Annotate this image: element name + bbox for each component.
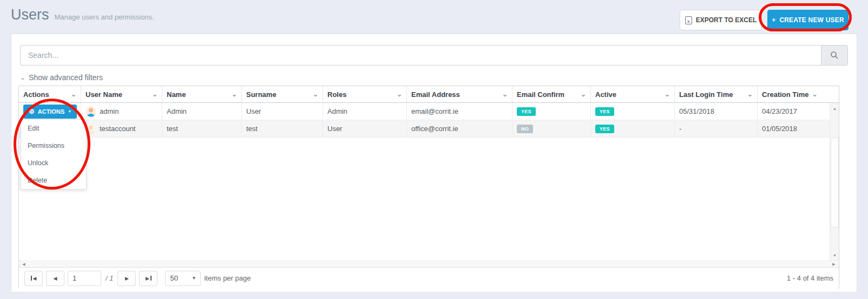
prev-page-icon: ◀ (54, 276, 57, 281)
create-new-user-button[interactable]: + CREATE NEW USER (767, 10, 849, 30)
gear-icon: ⚙ (29, 108, 35, 115)
table-row[interactable]: ⚙ ACTIONS ▼ admin Admin User Admin email… (19, 103, 831, 120)
cell-actions: ⚙ ACTIONS ▼ (19, 103, 81, 120)
column-label: User Name (86, 90, 122, 99)
cell-email-confirm: YES (512, 103, 591, 120)
pager-last-page-button[interactable]: ▶ (139, 271, 157, 286)
user-name-text: admin (100, 107, 119, 115)
page-size-select[interactable]: 50 ▼ (165, 271, 201, 286)
cell-email: email@corrit.ie (407, 103, 512, 120)
toolbar: x EXPORT TO EXCEL + CREATE NEW USER (680, 10, 849, 30)
scroll-up-arrow-icon[interactable]: ▲ (830, 104, 839, 113)
caret-down-icon: ▼ (192, 276, 196, 281)
cell-surname: User (242, 103, 323, 120)
column-header-email-address[interactable]: Email Address⌄ (407, 86, 512, 102)
pager-page-input[interactable] (68, 271, 101, 286)
chevron-down-icon[interactable]: ⌄ (313, 91, 318, 98)
column-header-email-confirm[interactable]: Email Confirm⌄ (512, 86, 591, 102)
menu-item-edit[interactable]: Edit (21, 120, 86, 137)
menu-item-permissions[interactable]: Permissions (21, 137, 86, 154)
chevron-down-icon[interactable]: ⌄ (665, 91, 670, 98)
column-label: Email Confirm (517, 90, 564, 99)
last-page-icon: ▶ (146, 276, 149, 281)
export-to-excel-button[interactable]: x EXPORT TO EXCEL (680, 10, 762, 30)
page-size-value: 50 (170, 274, 177, 282)
horizontal-scrollbar[interactable]: ◀ ▶ (19, 261, 839, 267)
column-label: Name (167, 90, 186, 99)
cell-created: 04/23/2017 (758, 103, 831, 120)
menu-item-unlock[interactable]: Unlock (21, 154, 86, 172)
vertical-scroll-thumb[interactable] (831, 138, 839, 227)
advanced-filters-label: Show advanced filters (29, 73, 103, 82)
column-header-surname[interactable]: Surname⌄ (242, 86, 323, 102)
column-header-user-name[interactable]: User Name⌄ (81, 86, 162, 102)
menu-item-delete[interactable]: Delete (21, 172, 86, 189)
search-button[interactable] (821, 45, 848, 66)
status-badge: YES (595, 107, 614, 116)
column-header-roles[interactable]: Roles⌄ (323, 86, 407, 102)
actions-dropdown-menu: Edit Permissions Unlock Delete (21, 119, 87, 190)
chevron-down-icon[interactable]: ⌄ (71, 91, 76, 98)
plus-icon: + (772, 16, 775, 24)
status-badge: NO (517, 125, 533, 133)
chevron-down-icon[interactable]: ⌄ (502, 91, 508, 98)
users-grid: Actions⌄ User Name⌄ Name⌄ Surname⌄ Roles… (18, 86, 839, 289)
pager-range-label: 1 - 4 of 4 items (787, 274, 833, 282)
users-panel: ⌄ Show advanced filters Actions⌄ User Na… (11, 34, 857, 292)
column-header-actions[interactable]: Actions⌄ (19, 86, 81, 102)
search-icon (830, 51, 839, 60)
export-button-label: EXPORT TO EXCEL (696, 16, 757, 24)
chevron-down-icon[interactable]: ⌄ (581, 91, 586, 98)
status-badge: YES (517, 107, 536, 116)
pager-prev-page-button[interactable]: ◀ (46, 271, 64, 286)
page-title: Users (11, 6, 49, 23)
excel-file-icon: x (685, 16, 692, 24)
pager-next-page-button[interactable]: ▶ (117, 271, 136, 286)
cell-user-name: admin (81, 103, 162, 120)
column-header-name[interactable]: Name⌄ (162, 86, 242, 102)
chevron-down-icon[interactable]: ⌄ (812, 91, 817, 98)
scroll-left-arrow-icon[interactable]: ◀ (20, 261, 28, 268)
chevron-down-icon[interactable]: ⌄ (152, 91, 157, 98)
status-badge: YES (595, 125, 614, 133)
page-subtitle: Manage users and permissions. (55, 13, 154, 21)
actions-dropdown-button[interactable]: ⚙ ACTIONS ▼ (23, 105, 77, 119)
avatar (86, 106, 96, 117)
user-name-text: testaccount (100, 125, 136, 133)
next-page-icon: ▶ (125, 276, 129, 281)
cell-roles: Admin (323, 103, 407, 120)
items-per-page-label: items per page (204, 274, 251, 282)
cell-email: office@corrit.ie (407, 120, 512, 137)
vertical-scrollbar[interactable]: ▲ ▼ (830, 103, 839, 261)
search-input[interactable] (20, 45, 821, 66)
column-label: Surname (246, 90, 277, 99)
table-row[interactable]: testaccount test test User office@corrit… (19, 120, 831, 138)
column-header-last-login-time[interactable]: Last Login Time⌄ (675, 86, 758, 102)
show-advanced-filters-toggle[interactable]: ⌄ Show advanced filters (20, 73, 103, 82)
actions-button-label: ACTIONS (38, 108, 65, 115)
grid-body: ⚙ ACTIONS ▼ admin Admin User Admin email… (19, 103, 839, 261)
cell-roles: User (323, 120, 407, 137)
page-header: Users Manage users and permissions. (11, 6, 154, 23)
column-header-creation-time[interactable]: Creation Time⌄ (758, 86, 830, 102)
pager-first-page-button[interactable]: ◀ (24, 271, 43, 286)
first-page-icon: ◀ (33, 276, 37, 281)
chevron-down-icon[interactable]: ⌄ (397, 91, 402, 98)
chevron-down-icon: ⌄ (20, 74, 25, 81)
cell-last-login: 05/31/2018 (675, 103, 758, 120)
column-label: Creation Time (762, 90, 808, 99)
pager-bar: ◀ ◀ / 1 ▶ ▶ 50 ▼ items per page 1 - 4 of… (19, 267, 839, 289)
column-label: Email Address (411, 90, 460, 99)
scroll-right-arrow-icon[interactable]: ▶ (830, 261, 838, 268)
column-header-active[interactable]: Active⌄ (591, 86, 675, 102)
scroll-down-arrow-icon[interactable]: ▼ (830, 251, 839, 259)
cell-name: Admin (162, 103, 242, 120)
chevron-down-icon[interactable]: ⌄ (232, 91, 237, 98)
avatar (86, 123, 96, 134)
column-label: Actions (23, 90, 49, 99)
cell-created: 01/05/2018 (758, 120, 831, 137)
chevron-down-icon[interactable]: ⌄ (747, 91, 753, 98)
cell-active: YES (591, 120, 675, 137)
cell-user-name: testaccount (81, 120, 162, 137)
column-label: Active (595, 90, 616, 99)
